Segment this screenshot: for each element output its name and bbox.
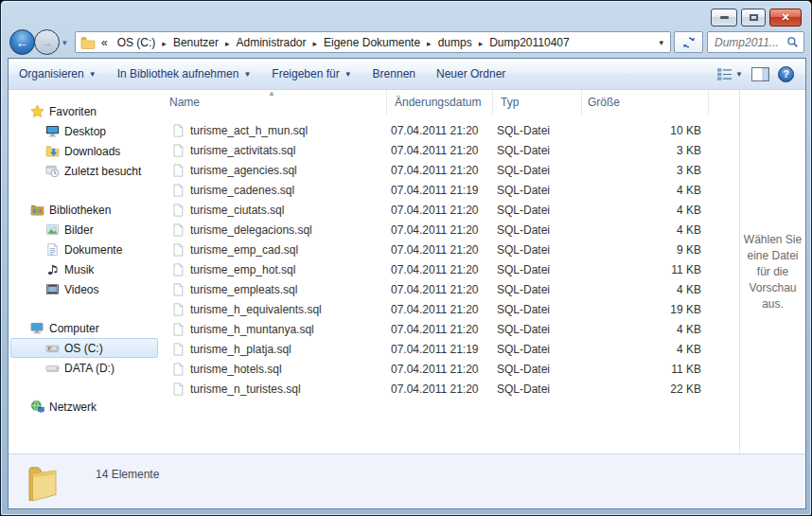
sidebar-item-musik[interactable]: Musik xyxy=(9,259,162,279)
sidebar-item-os-c[interactable]: OS (C:) xyxy=(9,338,162,358)
sidebar-item-computer[interactable]: Computer xyxy=(9,318,162,338)
sidebar-item-label: Desktop xyxy=(64,125,106,138)
search-box[interactable] xyxy=(707,31,804,53)
forward-button[interactable]: → xyxy=(34,29,60,55)
file-row[interactable]: turisme_agencies.sql07.04.2011 21:20SQL-… xyxy=(162,160,739,180)
file-size: 4 KB xyxy=(582,323,709,336)
sidebar-item-desktop[interactable]: Desktop xyxy=(9,121,162,141)
file-row[interactable]: turisme_h_muntanya.sql07.04.2011 21:20SQ… xyxy=(162,319,739,339)
file-name: turisme_empleats.sql xyxy=(190,283,297,296)
breadcrumb-segment[interactable]: dumps xyxy=(432,36,478,49)
sidebar-item-bilder[interactable]: Bilder xyxy=(9,220,162,240)
sidebar-item-zuletzt-besucht[interactable]: Zuletzt besucht xyxy=(9,161,162,181)
folder-icon xyxy=(26,461,59,504)
change-view-button[interactable]: ▼ xyxy=(716,67,743,81)
include-in-library-button[interactable]: In Bibliothek aufnehmen ▼ xyxy=(107,59,262,89)
address-bar[interactable]: « OS (C:)▸Benutzer▸Administrador▸Eigene … xyxy=(75,31,671,53)
file-size: 4 KB xyxy=(582,223,709,237)
chevron-down-icon: ▼ xyxy=(243,70,251,79)
file-row[interactable]: turisme_hotels.sql07.04.2011 21:20SQL-Da… xyxy=(162,359,739,379)
breadcrumb-segment[interactable]: Administrador xyxy=(230,36,311,49)
breadcrumb-separator-icon[interactable]: ▸ xyxy=(161,39,168,48)
forward-arrow-icon: → xyxy=(41,36,54,49)
file-list-pane: ▲ Name Änderungsdatum Typ Größe turisme_… xyxy=(162,90,739,454)
file-row[interactable]: turisme_n_turistes.sql07.04.2011 21:20SQ… xyxy=(162,379,739,399)
burn-button[interactable]: Brennen xyxy=(362,59,426,89)
minimize-button[interactable] xyxy=(711,9,737,27)
breadcrumb-overflow-chevron[interactable]: « xyxy=(101,36,108,49)
file-row[interactable]: turisme_empleats.sql07.04.2011 21:20SQL-… xyxy=(162,279,739,299)
sidebar-item-bibliotheken[interactable]: Bibliotheken xyxy=(9,200,162,220)
sidebar-item-dokumente[interactable]: Dokumente xyxy=(9,240,162,259)
back-button[interactable]: ← xyxy=(9,29,35,55)
chevron-down-icon: ▼ xyxy=(89,70,97,79)
file-date: 07.04.2011 21:20 xyxy=(387,144,493,157)
breadcrumb-segment[interactable]: Dump20110407 xyxy=(484,36,575,49)
sidebar-item-downloads[interactable]: Downloads xyxy=(9,141,162,161)
column-header-size[interactable]: Größe xyxy=(582,90,709,115)
breadcrumb-segment[interactable]: Benutzer xyxy=(168,36,224,49)
breadcrumb-segment[interactable]: OS (C:) xyxy=(112,36,162,49)
search-input[interactable] xyxy=(715,36,786,49)
share-with-button[interactable]: Freigeben für ▼ xyxy=(261,59,362,89)
file-date: 07.04.2011 21:20 xyxy=(387,263,493,276)
file-date: 07.04.2011 21:20 xyxy=(387,243,493,257)
file-size: 11 KB xyxy=(582,263,709,276)
file-icon xyxy=(171,203,185,218)
file-date: 07.04.2011 21:20 xyxy=(387,383,493,396)
file-name: turisme_h_muntanya.sql xyxy=(190,323,314,336)
close-button[interactable]: ✕ xyxy=(769,9,802,27)
videos-icon xyxy=(44,282,60,297)
file-size: 11 KB xyxy=(582,363,709,376)
column-header-date[interactable]: Änderungsdatum xyxy=(387,90,493,115)
file-type: SQL-Datei xyxy=(493,283,582,296)
breadcrumb-segment[interactable]: Eigene Dokumente xyxy=(318,36,426,49)
preview-pane-toggle-button[interactable] xyxy=(751,67,769,81)
file-icon xyxy=(171,382,185,397)
history-dropdown-icon[interactable]: ▾ xyxy=(62,38,67,47)
file-icon xyxy=(171,222,185,238)
file-row[interactable]: turisme_delegacions.sql07.04.2011 21:20S… xyxy=(162,220,739,240)
navigation-pane: FavoritenDesktopDownloadsZuletzt besucht… xyxy=(9,90,162,454)
file-row[interactable]: turisme_ciutats.sql07.04.2011 21:20SQL-D… xyxy=(162,200,739,220)
column-header-type[interactable]: Typ xyxy=(493,90,582,115)
breadcrumb-separator-icon[interactable]: ▸ xyxy=(426,39,432,48)
network-icon xyxy=(29,400,44,415)
preview-message: Wählen Sie eine Datei für die Vorschau a… xyxy=(744,232,803,312)
sidebar-item-netzwerk[interactable]: Netzwerk xyxy=(9,397,162,417)
file-type: SQL-Datei xyxy=(493,184,582,197)
file-type: SQL-Datei xyxy=(493,363,582,376)
file-type: SQL-Datei xyxy=(493,243,582,257)
sidebar-group-computer: ComputerOS (C:)DATA (D:) xyxy=(9,318,162,378)
file-row[interactable]: turisme_emp_hot.sql07.04.2011 21:20SQL-D… xyxy=(162,259,739,279)
refresh-button[interactable] xyxy=(674,31,703,53)
address-dropdown-icon[interactable]: ▾ xyxy=(659,38,670,47)
burn-label: Brennen xyxy=(373,67,415,80)
file-type: SQL-Datei xyxy=(493,303,582,316)
file-name: turisme_h_platja.sql xyxy=(190,343,291,356)
file-type: SQL-Datei xyxy=(493,124,582,137)
new-folder-button[interactable]: Neuer Ordner xyxy=(426,59,516,89)
maximize-button[interactable] xyxy=(741,9,766,27)
sidebar-item-videos[interactable]: Videos xyxy=(9,279,162,299)
back-arrow-icon: ← xyxy=(16,36,29,49)
sidebar-item-label: Downloads xyxy=(64,145,120,158)
search-icon xyxy=(786,36,799,48)
organize-button[interactable]: Organisieren ▼ xyxy=(9,59,107,89)
sidebar-item-label: OS (C:) xyxy=(64,342,103,355)
file-row[interactable]: turisme_cadenes.sql07.04.2011 21:19SQL-D… xyxy=(162,180,739,200)
file-row[interactable]: turisme_h_platja.sql07.04.2011 21:19SQL-… xyxy=(162,339,739,359)
sidebar-item-label: Netzwerk xyxy=(49,400,97,414)
help-button[interactable]: ? xyxy=(778,66,794,82)
file-size: 3 KB xyxy=(582,164,709,177)
file-row[interactable]: turisme_act_h_mun.sql07.04.2011 21:20SQL… xyxy=(162,120,739,140)
sidebar-item-data-d[interactable]: DATA (D:) xyxy=(9,358,162,378)
file-date: 07.04.2011 21:20 xyxy=(387,164,493,177)
file-icon xyxy=(171,302,185,317)
sidebar-item-label: Bilder xyxy=(64,223,94,237)
file-icon xyxy=(171,262,185,277)
file-row[interactable]: turisme_h_equivalents.sql07.04.2011 21:2… xyxy=(162,299,739,319)
file-row[interactable]: turisme_activitats.sql07.04.2011 21:20SQ… xyxy=(162,140,739,160)
file-row[interactable]: turisme_emp_cad.sql07.04.2011 21:20SQL-D… xyxy=(162,240,739,259)
sidebar-item-favoriten[interactable]: Favoriten xyxy=(9,101,162,121)
